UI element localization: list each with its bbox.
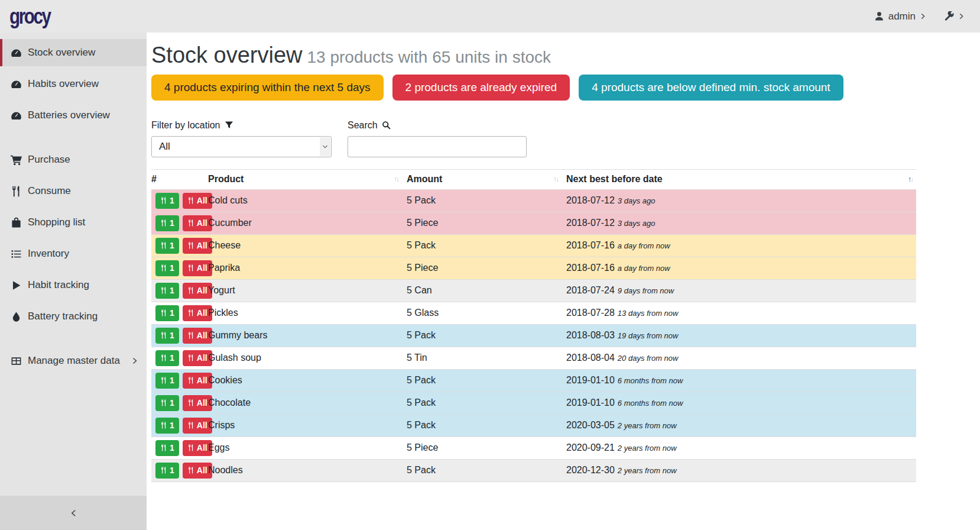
consume-one-button[interactable]: 1	[155, 328, 179, 344]
app-logo[interactable]: grocy	[9, 4, 50, 29]
consume-one-button[interactable]: 1	[155, 193, 179, 209]
best-before-cell: 2018-08-0420 days from now	[566, 347, 916, 369]
best-before-cell: 2019-01-106 months from now	[566, 369, 916, 392]
consume-all-label: All	[197, 398, 207, 408]
sidebar-item-label: Habits overview	[28, 78, 99, 90]
badge-below-min-stock[interactable]: 4 products are below defined min. stock …	[579, 75, 843, 101]
consume-all-label: All	[197, 196, 207, 205]
settings-menu[interactable]	[944, 11, 965, 21]
column-header-label: Amount	[407, 174, 442, 185]
sidebar-item-label: Stock overview	[28, 47, 95, 59]
sidebar-collapse-button[interactable]	[0, 496, 147, 530]
relative-time: a day from now	[618, 264, 670, 273]
best-before-cell: 2018-07-16a day from now	[566, 257, 916, 279]
consume-all-label: All	[197, 353, 207, 363]
column-header-next-best-before-date[interactable]: Next best before date↑↓	[566, 169, 916, 189]
amount-cell: 5 Pack	[407, 414, 566, 437]
filter-icon	[225, 121, 233, 130]
best-before-cell: 2018-07-123 days ago	[566, 212, 916, 234]
sidebar-item-stock-overview[interactable]: Stock overview	[0, 39, 147, 66]
utensils-icon	[160, 377, 167, 384]
utensils-icon	[187, 264, 194, 272]
consume-one-button[interactable]: 1	[155, 260, 179, 276]
badge-expiring[interactable]: 4 products expiring within the next 5 da…	[151, 75, 384, 101]
consume-all-label: All	[197, 466, 207, 475]
utensils-icon	[11, 186, 22, 197]
product-cell: Eggs	[208, 437, 407, 459]
consume-one-button[interactable]: 1	[155, 215, 179, 231]
sidebar-item-inventory[interactable]: Inventory	[0, 240, 147, 267]
user-menu[interactable]: admin	[874, 11, 926, 22]
best-before-date: 2018-07-16	[566, 263, 615, 273]
location-filter-select[interactable]: All	[151, 136, 332, 157]
user-icon	[874, 11, 884, 21]
consume-all-label: All	[197, 218, 207, 228]
sidebar-item-purchase[interactable]: Purchase	[0, 146, 147, 173]
consume-one-label: 1	[170, 286, 174, 295]
product-cell: Gummy bears	[208, 324, 407, 347]
consume-one-button[interactable]: 1	[155, 463, 179, 479]
consume-one-label: 1	[170, 196, 174, 205]
top-header: grocy admin	[0, 0, 980, 33]
consume-one-button[interactable]: 1	[155, 238, 179, 254]
user-menu-label: admin	[888, 11, 916, 22]
best-before-date: 2018-07-12	[566, 195, 615, 205]
relative-time: 2 years from now	[618, 466, 677, 475]
utensils-icon	[160, 287, 167, 294]
column-header-product[interactable]: Product↑↓	[208, 169, 407, 189]
utensils-icon	[160, 219, 167, 227]
location-filter-value: All	[159, 141, 170, 153]
sidebar-item-batteries-overview[interactable]: Batteries overview	[0, 102, 147, 129]
utensils-icon	[187, 332, 194, 339]
column-header-amount[interactable]: Amount↑↓	[407, 169, 566, 189]
best-before-date: 2019-01-10	[566, 375, 615, 385]
sidebar-item-label: Purchase	[28, 154, 70, 166]
sidebar-item-battery-tracking[interactable]: Battery tracking	[0, 303, 147, 330]
tint-icon	[11, 311, 22, 322]
best-before-cell: 2018-07-249 days from now	[566, 279, 916, 302]
page-title-text: Stock overview	[151, 43, 303, 67]
badge-expired[interactable]: 2 products are already expired	[392, 75, 570, 101]
status-badges: 4 products expiring within the next 5 da…	[151, 75, 980, 101]
chevron-right-icon	[131, 357, 138, 364]
utensils-icon	[160, 399, 167, 406]
consume-one-button[interactable]: 1	[155, 440, 179, 456]
table-row: 1AllChocolate5 Pack2019-01-106 months fr…	[151, 392, 916, 414]
relative-time: 3 days ago	[618, 219, 656, 228]
relative-time: 2 years from now	[618, 444, 677, 453]
sidebar-item-label: Battery tracking	[28, 311, 98, 322]
utensils-icon	[187, 444, 194, 451]
best-before-cell: 2018-07-16a day from now	[566, 234, 916, 257]
sidebar-item-shopping-list[interactable]: Shopping list	[0, 209, 147, 236]
amount-cell: 5 Glass	[407, 302, 566, 324]
search-input[interactable]	[348, 136, 527, 157]
best-before-date: 2018-07-28	[566, 308, 615, 318]
table-icon	[11, 356, 22, 367]
amount-cell: 5 Tin	[407, 347, 566, 369]
product-cell: Noodles	[208, 459, 407, 481]
best-before-cell: 2020-12-302 years from now	[566, 459, 916, 481]
sidebar-item-habit-tracking[interactable]: Habit tracking	[0, 272, 147, 299]
sidebar-item-consume[interactable]: Consume	[0, 177, 147, 205]
sidebar-item-manage-master-data[interactable]: Manage master data	[0, 347, 147, 374]
consume-one-button[interactable]: 1	[155, 395, 179, 411]
consume-one-button[interactable]: 1	[155, 373, 179, 389]
best-before-cell: 2018-07-123 days ago	[566, 189, 916, 212]
product-cell: Crisps	[208, 414, 407, 437]
consume-buttons-cell: 1All	[151, 212, 208, 234]
consume-one-button[interactable]: 1	[155, 305, 179, 321]
amount-cell: 5 Piece	[407, 437, 566, 459]
sidebar-item-label: Manage master data	[28, 355, 120, 367]
wrench-icon	[944, 11, 954, 21]
sidebar-item-habits-overview[interactable]: Habits overview	[0, 70, 147, 98]
location-filter-label-text: Filter by location	[151, 120, 220, 131]
utensils-icon	[187, 309, 194, 316]
consume-one-button[interactable]: 1	[155, 350, 179, 366]
consume-one-button[interactable]: 1	[155, 418, 179, 434]
consume-buttons-cell: 1All	[151, 189, 208, 212]
best-before-date: 2018-08-04	[566, 353, 615, 363]
consume-one-label: 1	[170, 443, 174, 453]
consume-buttons-cell: 1All	[151, 234, 208, 257]
column-header-: #	[151, 169, 208, 189]
consume-one-button[interactable]: 1	[155, 283, 179, 299]
